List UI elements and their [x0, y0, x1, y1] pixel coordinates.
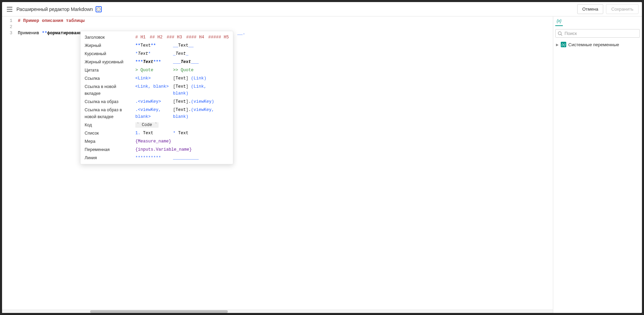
variables-tab[interactable]: {x}	[555, 17, 563, 26]
line-number: 1	[3, 18, 12, 24]
variable-icon: (x)	[561, 42, 566, 47]
help-icon[interactable]: ?	[96, 6, 102, 12]
chevron-right-icon: ▶	[556, 43, 559, 47]
tip-label: Курсивный	[85, 50, 135, 57]
code-text: # Пример описания таблицы	[18, 18, 85, 23]
header: Расширенный редактор Markdown ? Отмена С…	[2, 2, 642, 16]
horizontal-scrollbar[interactable]	[2, 310, 553, 313]
code-text: Применив	[18, 30, 42, 36]
tip-label: Код	[85, 122, 135, 128]
line-number: 3	[3, 30, 12, 36]
tip-label: Жирный курсивный	[85, 59, 135, 65]
save-button[interactable]: Сохранить	[606, 4, 639, 14]
search-input[interactable]	[565, 31, 637, 36]
search-icon	[558, 31, 562, 36]
page-title: Расширенный редактор Markdown	[16, 7, 93, 12]
tip-label: Ссылка в новой вкладке	[85, 83, 135, 97]
tip-label: Заголовок	[85, 34, 135, 41]
line-number: 2	[3, 24, 12, 30]
svg-text:?: ?	[98, 8, 100, 11]
cancel-button[interactable]: Отмена	[577, 4, 604, 14]
tip-label: Ссылка на образ	[85, 98, 135, 105]
editor-area[interactable]: 1 2 3 # Пример описания таблицы Применив…	[2, 16, 553, 313]
svg-point-2	[558, 32, 561, 35]
tip-label: Линия	[85, 154, 135, 161]
tip-label: Цитата	[85, 67, 135, 74]
tree-label: Системные переменные	[568, 42, 619, 47]
tip-label: Мера	[85, 138, 135, 145]
tip-label: Ссылка	[85, 75, 135, 82]
tip-label: Переменная	[85, 146, 135, 153]
search-box[interactable]	[555, 29, 640, 38]
right-panel: {x} ▶ (x) Системные переменные	[553, 16, 642, 313]
menu-icon[interactable]	[5, 5, 14, 13]
line-gutter: 1 2 3	[2, 16, 16, 313]
markdown-help-tooltip: Заголовок # H1 ## H2 ### H3 #### H4 ####…	[80, 31, 233, 164]
tip-label: Список	[85, 130, 135, 137]
svg-line-3	[561, 34, 562, 36]
tree-system-variables[interactable]: ▶ (x) Системные переменные	[555, 40, 640, 49]
tip-label: Жирный	[85, 42, 135, 49]
tip-label: Ссылка на образ в новой вкладке	[85, 106, 135, 120]
